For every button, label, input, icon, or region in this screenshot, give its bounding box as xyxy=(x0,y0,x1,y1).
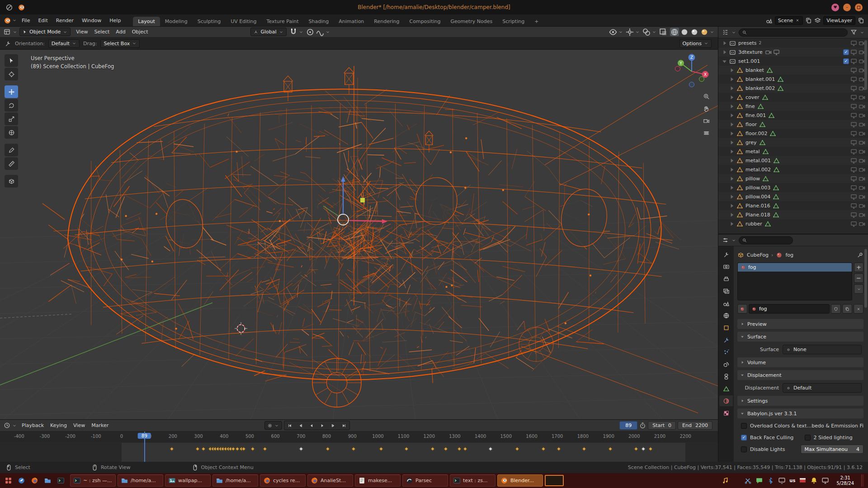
tool-scale[interactable] xyxy=(5,113,18,125)
keyboard-layout[interactable]: us xyxy=(789,478,795,483)
outliner-row-floor-002[interactable]: floor.002 xyxy=(718,129,868,138)
cam-icon[interactable] xyxy=(859,121,865,128)
timeline-ruler[interactable]: -400-300-200-100010020030040050060070080… xyxy=(0,432,718,442)
outliner-row-pillow-003[interactable]: pillow.003 xyxy=(718,183,868,192)
window-minimize-button[interactable]: – xyxy=(843,4,851,11)
properties-tab-material[interactable] xyxy=(719,395,733,406)
flag-icon[interactable] xyxy=(799,477,807,484)
current-frame-field[interactable]: 89 xyxy=(619,421,637,430)
chevron-down-icon[interactable] xyxy=(652,30,656,34)
toggle-xray-icon[interactable] xyxy=(659,28,668,36)
keyframe-diamond[interactable] xyxy=(443,447,448,451)
menu-edit[interactable]: Edit xyxy=(34,16,52,25)
outliner-editor-icon[interactable] xyxy=(722,29,729,36)
bell-icon[interactable] xyxy=(810,477,818,484)
tool-move[interactable] xyxy=(5,85,18,98)
cam-icon[interactable] xyxy=(859,175,865,182)
cam-icon[interactable] xyxy=(859,157,865,164)
slot-specials-button[interactable] xyxy=(854,284,863,294)
outliner-row-fine[interactable]: fine xyxy=(718,102,868,111)
cam-icon[interactable] xyxy=(859,139,865,146)
keyframe-diamond[interactable] xyxy=(351,447,356,451)
outliner-row-fine-001[interactable]: fine.001 xyxy=(718,111,868,120)
browse-material-button[interactable] xyxy=(737,304,747,314)
workspace-tab-uv-editing[interactable]: UV Editing xyxy=(226,17,261,26)
outliner-row-grey[interactable]: grey xyxy=(718,138,868,147)
timeline-menu-marker[interactable]: Marker xyxy=(88,422,112,429)
outliner-row-metal-002[interactable]: metal.002 xyxy=(718,165,868,174)
keyframe-diamond[interactable] xyxy=(488,447,493,451)
keyframe-diamond[interactable] xyxy=(541,447,546,451)
unlink-scene-icon[interactable] xyxy=(795,18,800,23)
launcher-terminal[interactable] xyxy=(55,475,66,487)
outliner-row-blanket[interactable]: blanket xyxy=(718,66,868,75)
launcher-dash[interactable] xyxy=(15,475,27,487)
keyframe-diamond[interactable] xyxy=(515,447,519,451)
shading-rendered-icon[interactable] xyxy=(700,28,709,36)
mon-icon[interactable] xyxy=(850,40,857,47)
workspace-tab-texture-paint[interactable]: Texture Paint xyxy=(262,17,304,26)
viewlayer-selector[interactable]: ViewLayer xyxy=(823,16,855,25)
properties-tab-view-layer[interactable] xyxy=(719,286,733,296)
outliner-scrollbar[interactable] xyxy=(864,40,867,90)
properties-tab-particles[interactable] xyxy=(719,347,733,357)
outliner-row-set1-001[interactable]: set1.001✓ xyxy=(718,56,868,66)
properties-tab-world[interactable] xyxy=(719,310,733,321)
new-scene-icon[interactable] xyxy=(805,17,812,24)
options-dropdown[interactable]: Options xyxy=(679,39,712,48)
outliner-row-rubber[interactable]: rubber xyxy=(718,219,868,228)
window-menu-icon[interactable] xyxy=(5,4,13,11)
collection-checkbox[interactable]: ✓ xyxy=(843,58,849,64)
keyframe-diamond[interactable] xyxy=(641,447,646,451)
timeline-menu-view[interactable]: View xyxy=(70,422,88,429)
mon-icon[interactable] xyxy=(850,103,857,110)
keyframe-diamond[interactable] xyxy=(250,447,255,451)
keyframe-diamond[interactable] xyxy=(457,447,462,451)
browse-viewlayer-icon[interactable] xyxy=(814,17,821,24)
mon-icon[interactable] xyxy=(850,139,857,146)
taskbar-window-home-a[interactable]: /home/a... xyxy=(118,474,163,487)
keyframe-diamond[interactable] xyxy=(195,447,200,451)
properties-search-input[interactable] xyxy=(739,236,793,244)
keyframe-diamond[interactable] xyxy=(299,447,303,451)
stopwatch-icon[interactable] xyxy=(639,422,646,429)
show-gizmo-icon[interactable] xyxy=(625,28,634,36)
cam-icon[interactable] xyxy=(859,130,865,137)
pan-hand-icon[interactable] xyxy=(703,105,710,113)
cam-icon[interactable] xyxy=(859,193,865,200)
drag-dropdown[interactable]: Select Box xyxy=(100,39,140,48)
tool-measure[interactable] xyxy=(5,157,18,170)
add-workspace-button[interactable]: + xyxy=(529,17,543,26)
cam-icon[interactable] xyxy=(859,103,865,110)
properties-tab-modifiers[interactable] xyxy=(719,334,733,345)
display-icon[interactable] xyxy=(778,477,786,484)
cam-icon[interactable] xyxy=(859,184,865,191)
disable-lights-checkbox[interactable] xyxy=(741,446,747,452)
proportional-editing-icon[interactable] xyxy=(306,28,315,36)
taskbar-window-text-zs[interactable]: text : zs... xyxy=(450,474,495,487)
tool-annotate[interactable] xyxy=(5,144,18,156)
keyframe-diamond[interactable] xyxy=(379,447,383,451)
snap-magnet-icon[interactable] xyxy=(289,28,298,36)
show-desktop-button[interactable] xyxy=(861,474,864,487)
cam-icon[interactable] xyxy=(859,211,865,218)
taskbar-window-home-a[interactable]: /home/a... xyxy=(212,474,258,487)
mon-icon[interactable] xyxy=(850,148,857,155)
show-overlays-icon[interactable] xyxy=(642,28,651,36)
new-viewlayer-icon[interactable] xyxy=(858,17,864,24)
cam-icon[interactable] xyxy=(859,221,865,227)
cam-icon[interactable] xyxy=(859,202,865,209)
outliner-row-3dtexture[interactable]: 3dtexture✓ xyxy=(718,47,868,56)
mon-icon[interactable] xyxy=(850,94,857,101)
keyframe-diamond[interactable] xyxy=(463,447,467,451)
timeline-menu-playback[interactable]: Playback xyxy=(19,422,47,429)
mon-icon[interactable] xyxy=(850,175,857,182)
keyframe-diamond[interactable] xyxy=(404,447,409,451)
mon-icon[interactable] xyxy=(850,130,857,137)
surface-value-field[interactable]: None xyxy=(783,345,862,354)
timeline-menu-keying[interactable]: Keying xyxy=(47,422,70,429)
properties-tab-render[interactable] xyxy=(719,261,733,272)
properties-editor-icon[interactable] xyxy=(722,237,729,244)
keyframe-diamond[interactable] xyxy=(582,447,586,451)
cam-icon[interactable] xyxy=(859,112,865,119)
